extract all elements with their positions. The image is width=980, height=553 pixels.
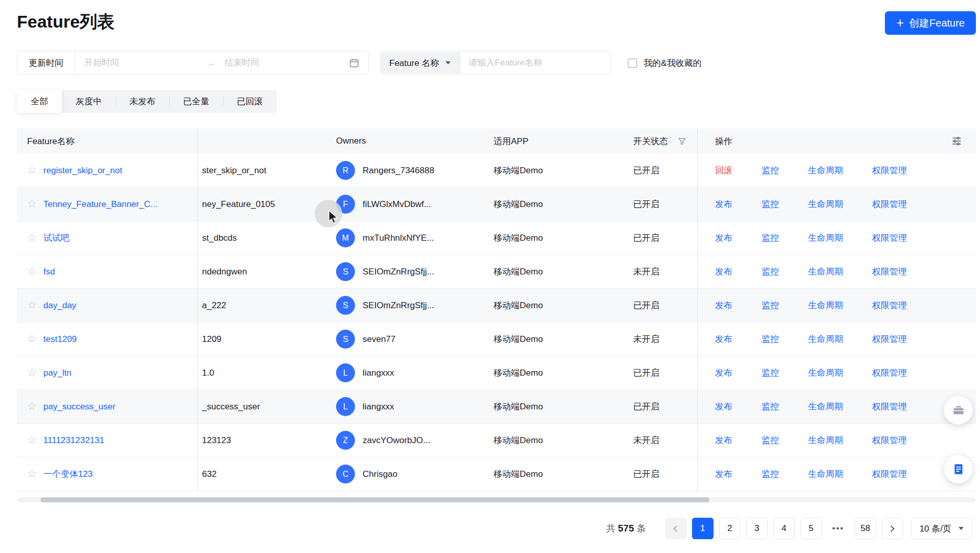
op-monitor-link[interactable]: 监控	[762, 333, 779, 345]
op-monitor-link[interactable]: 监控	[762, 299, 779, 311]
prev-page-button[interactable]	[665, 518, 686, 539]
owner-name: zavcYOworbJO...	[363, 435, 430, 446]
favorite-star-icon[interactable]: ☆	[27, 299, 37, 310]
op-monitor-link[interactable]: 监控	[762, 468, 779, 480]
owners-cell: M mxTuRhnlxNfYE...	[313, 221, 478, 255]
op-monitor-link[interactable]: 监控	[762, 165, 779, 176]
end-time-input[interactable]	[215, 58, 346, 68]
op-lifecycle-link[interactable]: 生命周期	[808, 232, 843, 244]
op-permissions-link[interactable]: 权限管理	[872, 367, 907, 379]
feature-name-filter: Feature 名称	[380, 51, 611, 75]
favorite-star-icon[interactable]: ☆	[27, 367, 37, 378]
op-lifecycle-link[interactable]: 生命周期	[808, 266, 843, 278]
feature-key-cell: 1209	[198, 322, 313, 356]
table-body: ☆ register_skip_or_not ster_skip_or_not …	[17, 154, 976, 491]
op-permissions-link[interactable]: 权限管理	[872, 468, 907, 480]
favorite-star-icon[interactable]: ☆	[27, 232, 37, 243]
op-publish-or-rollback-link[interactable]: 发布	[715, 468, 732, 480]
page-button-3[interactable]: 3	[746, 518, 768, 539]
feature-name-link[interactable]: pay_ltn	[43, 368, 72, 378]
op-permissions-link[interactable]: 权限管理	[872, 333, 907, 345]
op-lifecycle-link[interactable]: 生命周期	[808, 333, 843, 345]
feature-name-link[interactable]: Tenney_Feature_Banner_C...	[43, 199, 158, 210]
favorite-star-icon[interactable]: ☆	[27, 468, 37, 479]
calendar-icon[interactable]	[349, 58, 359, 68]
feature-name-link[interactable]: 1111231232131	[43, 435, 104, 446]
favorite-star-icon[interactable]: ☆	[27, 434, 37, 445]
op-monitor-link[interactable]: 监控	[762, 266, 779, 278]
page-button-2[interactable]: 2	[719, 518, 741, 539]
feedback-fab[interactable]	[944, 454, 973, 483]
op-publish-or-rollback-link[interactable]: 发布	[715, 266, 732, 278]
table-row: ☆ 一个变体123 632 C Chrisgao 移动端Demo 已开启 发布 …	[17, 457, 976, 491]
op-publish-or-rollback-link[interactable]: 发布	[715, 198, 732, 210]
feature-name-link[interactable]: test1209	[43, 334, 77, 344]
op-lifecycle-link[interactable]: 生命周期	[808, 299, 843, 311]
tab-graying[interactable]: 灰度中	[62, 90, 116, 113]
op-publish-or-rollback-link[interactable]: 发布	[715, 401, 732, 412]
page-button-5[interactable]: 5	[800, 518, 822, 539]
filter-funnel-icon[interactable]	[678, 137, 686, 145]
create-feature-button[interactable]: + 创建Feature	[885, 11, 976, 35]
favorite-star-icon[interactable]: ☆	[27, 266, 37, 276]
table-row: ☆ register_skip_or_not ster_skip_or_not …	[17, 154, 976, 188]
op-monitor-link[interactable]: 监控	[762, 198, 779, 210]
favorite-star-icon[interactable]: ☆	[27, 401, 37, 411]
update-time-label[interactable]: 更新时间	[17, 52, 75, 74]
op-lifecycle-link[interactable]: 生命周期	[808, 165, 843, 176]
tab-rolled-back[interactable]: 已回滚	[223, 90, 277, 113]
feature-name-link[interactable]: day_day	[43, 301, 76, 311]
page-button-4[interactable]: 4	[773, 518, 795, 539]
op-monitor-link[interactable]: 监控	[762, 367, 779, 379]
assistant-fab[interactable]	[944, 396, 973, 425]
op-permissions-link[interactable]: 权限管理	[872, 434, 907, 446]
column-settings-icon[interactable]	[952, 137, 962, 146]
op-monitor-link[interactable]: 监控	[762, 434, 779, 446]
favorite-star-icon[interactable]: ☆	[27, 165, 37, 175]
op-permissions-link[interactable]: 权限管理	[872, 401, 907, 412]
tab-full-release[interactable]: 已全量	[169, 90, 223, 113]
op-lifecycle-link[interactable]: 生命周期	[808, 401, 843, 412]
op-lifecycle-link[interactable]: 生命周期	[808, 367, 843, 379]
page-button-1[interactable]: 1	[692, 518, 714, 539]
feature-name-link[interactable]: fsd	[43, 267, 55, 277]
status-cell: 已开启	[619, 154, 697, 187]
op-permissions-link[interactable]: 权限管理	[872, 232, 907, 244]
feature-name-input[interactable]	[460, 51, 611, 75]
op-permissions-link[interactable]: 权限管理	[872, 299, 907, 311]
op-publish-or-rollback-link[interactable]: 发布	[715, 333, 732, 345]
feature-name-link[interactable]: 一个变体123	[43, 468, 93, 480]
page-size-select[interactable]: 10 条/页	[911, 518, 972, 539]
search-field-select[interactable]: Feature 名称	[380, 51, 460, 75]
horizontal-scrollbar[interactable]	[17, 497, 976, 502]
op-lifecycle-link[interactable]: 生命周期	[808, 434, 843, 446]
feature-name-link[interactable]: pay_success_user	[43, 402, 116, 412]
op-permissions-link[interactable]: 权限管理	[872, 198, 907, 210]
status-cell: 未开启	[619, 255, 697, 288]
op-publish-or-rollback-link[interactable]: 发布	[715, 434, 732, 446]
op-permissions-link[interactable]: 权限管理	[872, 266, 907, 278]
switch-status: 未开启	[633, 333, 659, 345]
scrollbar-thumb[interactable]	[40, 497, 709, 502]
feature-name-link[interactable]: 试试吧	[43, 232, 70, 244]
favorite-star-icon[interactable]: ☆	[27, 333, 37, 344]
op-publish-or-rollback-link[interactable]: 发布	[715, 299, 732, 311]
page-ellipsis[interactable]: •••	[828, 518, 849, 539]
favorite-star-icon[interactable]: ☆	[27, 198, 37, 209]
tab-unpublished[interactable]: 未发布	[116, 90, 169, 113]
mine-favorites-filter[interactable]: 我的&我收藏的	[628, 57, 701, 69]
start-time-input[interactable]	[75, 58, 206, 68]
op-permissions-link[interactable]: 权限管理	[872, 165, 907, 176]
op-monitor-link[interactable]: 监控	[762, 232, 779, 244]
op-lifecycle-link[interactable]: 生命周期	[808, 198, 843, 210]
mine-checkbox[interactable]	[628, 58, 637, 68]
op-monitor-link[interactable]: 监控	[762, 401, 779, 412]
feature-name-link[interactable]: register_skip_or_not	[43, 166, 122, 176]
tab-all[interactable]: 全部	[17, 90, 62, 113]
op-lifecycle-link[interactable]: 生命周期	[808, 468, 843, 480]
op-publish-or-rollback-link[interactable]: 回滚	[715, 165, 732, 176]
page-button-last[interactable]: 58	[855, 518, 876, 539]
op-publish-or-rollback-link[interactable]: 发布	[715, 232, 732, 244]
next-page-button[interactable]	[882, 518, 903, 539]
op-publish-or-rollback-link[interactable]: 发布	[715, 367, 732, 379]
